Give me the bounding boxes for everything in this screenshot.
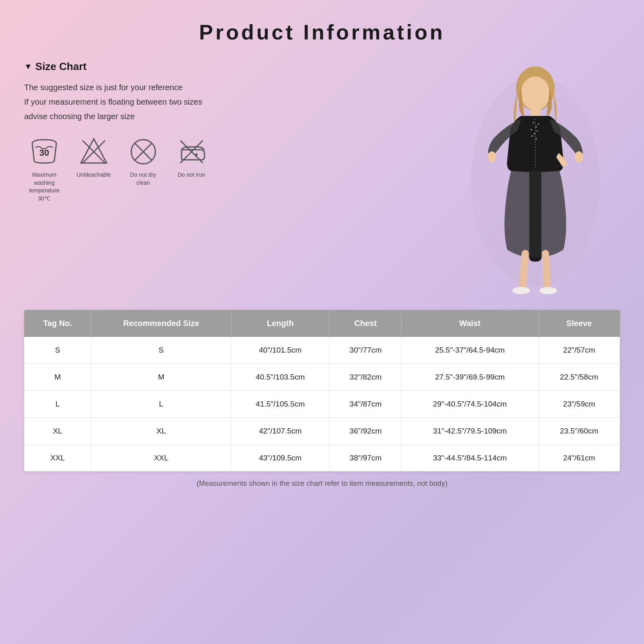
table-cell-2-5: 23"/59cm xyxy=(538,391,620,418)
size-table: Tag No. Recommended Size Length Chest Wa… xyxy=(24,310,620,471)
no-iron-icon xyxy=(175,136,208,168)
table-cell-4-3: 38"/97cm xyxy=(329,445,401,472)
table-row: XLXL42"/107.5cm36"/92cm31"-42.5"/79.5-10… xyxy=(24,418,620,445)
table-cell-1-5: 22.5"/58cm xyxy=(538,364,620,391)
table-cell-1-2: 40.5"/103.5cm xyxy=(231,364,329,391)
table-cell-3-4: 31"-42.5"/79.5-109cm xyxy=(402,418,538,445)
svg-point-15 xyxy=(488,151,496,163)
no-iron-label: Do not iron xyxy=(178,171,205,179)
table-cell-1-3: 32"/82cm xyxy=(329,364,401,391)
svg-point-17 xyxy=(512,287,530,294)
triangle-icon: ▼ xyxy=(24,62,32,71)
table-row: MM40.5"/103.5cm32"/82cm27.5"-39"/69.5-99… xyxy=(24,364,620,391)
table-cell-3-1: XL xyxy=(91,418,231,445)
wash-label: Maximum washing temperature 30℃ xyxy=(24,171,64,202)
no-bleach-label: Unbleachable xyxy=(76,171,111,179)
table-cell-0-5: 22"/57cm xyxy=(538,337,620,364)
size-table-container: Tag No. Recommended Size Length Chest Wa… xyxy=(24,310,620,471)
table-row: SS40"/101.5cm30"/77cm25.5"-37"/64.5-94cm… xyxy=(24,337,620,364)
table-row: LL41.5"/105.5cm34"/87cm29"-40.5"/74.5-10… xyxy=(24,391,620,418)
table-cell-1-4: 27.5"-39"/69.5-99cm xyxy=(402,364,538,391)
page-title: Product Information xyxy=(24,16,620,44)
svg-point-24 xyxy=(537,130,538,132)
table-cell-2-2: 41.5"/105.5cm xyxy=(231,391,329,418)
care-item-no-bleach: Unbleachable xyxy=(76,136,111,179)
table-cell-2-1: L xyxy=(91,391,231,418)
no-dry-clean-label: Do not dry clean xyxy=(123,171,163,187)
table-cell-4-1: XXL xyxy=(91,445,231,472)
svg-rect-13 xyxy=(530,108,540,117)
table-cell-3-0: XL xyxy=(24,418,91,445)
table-cell-2-3: 34"/87cm xyxy=(329,391,401,418)
svg-point-18 xyxy=(539,287,557,294)
svg-point-26 xyxy=(536,138,537,140)
table-cell-2-0: L xyxy=(24,391,91,418)
table-cell-4-2: 43"/109.5cm xyxy=(231,445,329,472)
svg-point-21 xyxy=(531,129,532,130)
svg-point-20 xyxy=(536,126,537,128)
table-cell-0-3: 30"/77cm xyxy=(329,337,401,364)
col-header-length: Length xyxy=(231,310,329,337)
table-header-row: Tag No. Recommended Size Length Chest Wa… xyxy=(24,310,620,337)
table-cell-3-3: 36"/92cm xyxy=(329,418,401,445)
table-row: XXLXXL43"/109.5cm38"/97cm33"-44.5"/84.5-… xyxy=(24,445,620,472)
table-cell-0-2: 40"/101.5cm xyxy=(231,337,329,364)
table-cell-1-1: M xyxy=(91,364,231,391)
table-cell-4-0: XXL xyxy=(24,445,91,472)
table-cell-3-2: 42"/107.5cm xyxy=(231,418,329,445)
table-cell-3-5: 23.5"/60cm xyxy=(538,418,620,445)
svg-point-22 xyxy=(538,124,539,125)
col-header-chest: Chest xyxy=(329,310,401,337)
care-icons-group: 30 Maximum washing temperature 30℃ Unble… xyxy=(24,136,435,202)
svg-point-12 xyxy=(521,76,550,110)
size-description: The suggested size is just for your refe… xyxy=(24,80,435,124)
table-cell-0-4: 25.5"-37"/64.5-94cm xyxy=(402,337,538,364)
product-image xyxy=(459,64,612,298)
table-cell-0-0: S xyxy=(24,337,91,364)
footer-note: (Measurements shown in the size chart re… xyxy=(24,479,620,492)
product-image-area xyxy=(451,60,620,298)
svg-point-25 xyxy=(532,136,533,137)
no-bleach-icon xyxy=(78,136,110,168)
svg-point-23 xyxy=(534,133,535,134)
table-cell-4-4: 33"-44.5"/84.5-114cm xyxy=(402,445,538,472)
care-item-wash: 30 Maximum washing temperature 30℃ xyxy=(24,136,64,202)
wash-30-icon: 30 xyxy=(28,136,60,168)
no-dry-clean-icon xyxy=(127,136,159,168)
size-chart-heading: ▼ Size Chart xyxy=(24,60,435,73)
table-cell-0-1: S xyxy=(91,337,231,364)
col-header-recommended: Recommended Size xyxy=(91,310,231,337)
svg-point-16 xyxy=(575,151,583,163)
table-cell-2-4: 29"-40.5"/74.5-104cm xyxy=(402,391,538,418)
table-cell-1-0: M xyxy=(24,364,91,391)
care-item-no-iron: Do not iron xyxy=(175,136,208,179)
col-header-tag: Tag No. xyxy=(24,310,91,337)
care-item-no-dry-clean: Do not dry clean xyxy=(123,136,163,187)
col-header-waist: Waist xyxy=(402,310,538,337)
svg-point-19 xyxy=(533,122,534,124)
col-header-sleeve: Sleeve xyxy=(538,310,620,337)
table-cell-4-5: 24"/61cm xyxy=(538,445,620,472)
